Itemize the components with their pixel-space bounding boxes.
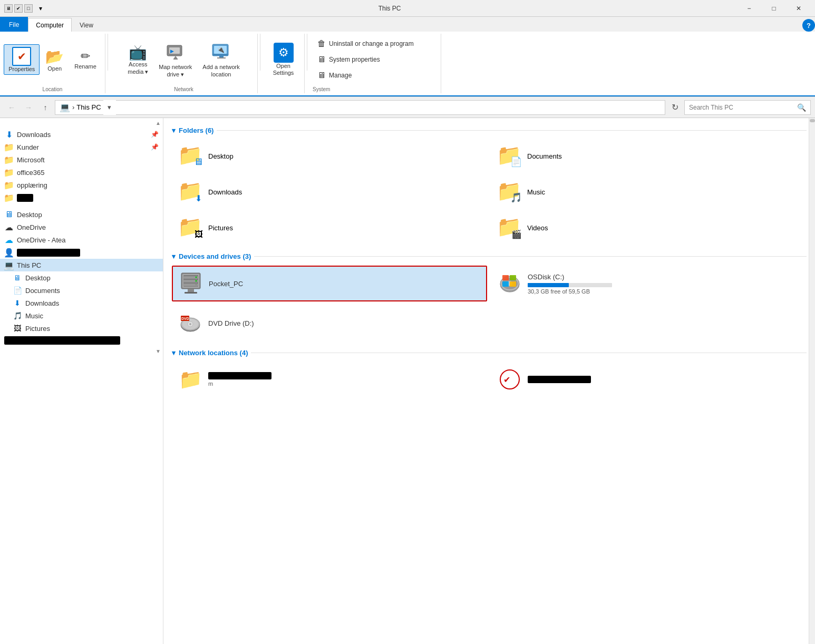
folder-label: Desktop <box>208 152 234 160</box>
sidebar-item-pictures-thispc[interactable]: 🖼 Pictures <box>0 322 163 335</box>
up-button[interactable]: ↑ <box>38 100 53 115</box>
sidebar-item-kunder[interactable]: 📁 Kunder 📌 <box>0 141 163 153</box>
back-button[interactable]: ← <box>4 100 19 115</box>
search-input[interactable] <box>689 104 795 111</box>
osdisk-free: 30,3 GB free of 59,5 GB <box>528 288 801 295</box>
desktop-icon: 🖥 <box>4 210 14 219</box>
open-settings-button[interactable]: ⚙ OpenSettings <box>268 40 299 79</box>
sidebar-item-documents-thispc[interactable]: 📄 Documents <box>0 284 163 297</box>
manage-label: Manage <box>329 72 352 79</box>
svg-text:✔: ✔ <box>503 375 510 384</box>
sidebar-item-downloads-thispc[interactable]: ⬇ Downloads <box>0 297 163 309</box>
add-network-location-button[interactable]: 🔌 Add a networklocation <box>198 38 244 80</box>
map-network-drive-button[interactable]: ▶ Map networkdrive ▾ <box>154 38 197 80</box>
network-item-1[interactable]: 📁 m <box>172 362 487 397</box>
svg-rect-25 <box>502 275 509 280</box>
access-media-button[interactable]: 📺 Accessmedia ▾ <box>123 41 153 77</box>
open-label: Open <box>47 65 62 72</box>
osdisk-bar <box>528 283 569 287</box>
manage-button[interactable]: 🖥 Manage <box>313 69 419 82</box>
manage-icon: 🖥 <box>317 71 326 80</box>
svg-rect-26 <box>510 275 516 280</box>
pictures-thispc-icon: 🖼 <box>13 324 22 333</box>
help-button[interactable]: ? <box>802 19 815 32</box>
main-layout: ▲ ⬇ Downloads 📌 📁 Kunder 📌 📁 Microsoft 📁… <box>0 118 815 644</box>
folders-grid: 📁 🖥 Desktop 📁 📄 Documents 📁 ⬇ Down <box>172 140 807 244</box>
open-button[interactable]: 📂 Open <box>41 45 69 74</box>
window-controls: − □ ✕ <box>737 0 811 17</box>
map-drive-label: Map networkdrive ▾ <box>159 64 192 77</box>
svg-text:▶: ▶ <box>170 48 174 54</box>
maximize-button[interactable]: □ <box>762 0 786 17</box>
documents-thispc-icon: 📄 <box>13 286 22 295</box>
network-name-2 <box>528 376 591 383</box>
network-section-header: ▾ Network locations (4) <box>172 349 807 357</box>
folder-downloads[interactable]: 📁 ⬇ Downloads <box>172 175 488 208</box>
folder-pictures[interactable]: 📁 🖼 Pictures <box>172 211 488 244</box>
address-path[interactable]: 💻 › This PC ▾ <box>55 100 665 115</box>
network-arrow[interactable]: ▾ <box>172 349 176 357</box>
folder-label: Pictures <box>208 224 233 232</box>
uninstall-button[interactable]: 🗑 Uninstall or change a program <box>313 37 419 51</box>
folders-arrow[interactable]: ▾ <box>172 126 176 134</box>
refresh-button[interactable]: ↻ <box>667 100 682 115</box>
sidebar-item-redacted-bottom[interactable] <box>0 335 163 346</box>
rename-button[interactable]: ✏ Rename <box>70 47 101 72</box>
folder-desktop[interactable]: 📁 🖥 Desktop <box>172 140 488 172</box>
sidebar: ▲ ⬇ Downloads 📌 📁 Kunder 📌 📁 Microsoft 📁… <box>0 118 163 644</box>
quick-access-icon3[interactable]: □ <box>24 4 33 13</box>
sidebar-item-redacted[interactable]: 📁 ■■■■ <box>0 191 163 204</box>
tab-file[interactable]: File <box>0 17 28 32</box>
quick-access-icon[interactable]: 🖥 <box>4 4 13 13</box>
path-dropdown[interactable]: ▾ <box>103 100 116 115</box>
ribbon-group-location: ✔ Properties 📂 Open ✏ Rename Location <box>0 34 105 93</box>
desktop-thispc-icon: 🖥 <box>13 273 22 282</box>
folder-videos[interactable]: 📁 🎬 Videos <box>491 211 807 244</box>
network-info-1: m <box>208 372 271 387</box>
dvd-name: DVD Drive (D:) <box>208 319 254 327</box>
settings-icon: ⚙ <box>274 43 294 63</box>
properties-button[interactable]: ✔ Properties <box>4 44 40 75</box>
devices-section-header: ▾ Devices and drives (3) <box>172 252 807 260</box>
ribbon-content: ✔ Properties 📂 Open ✏ Rename Location <box>0 32 815 96</box>
sidebar-item-downloads[interactable]: ⬇ Downloads 📌 <box>0 128 163 141</box>
sidebar-item-desktop-thispc[interactable]: 🖥 Desktop <box>0 271 163 284</box>
quick-access-icon2[interactable]: ✔ <box>14 4 23 13</box>
content-scrollbar[interactable] <box>809 118 815 644</box>
network-item-2[interactable]: ✔ <box>491 362 807 397</box>
device-dvd[interactable]: DVD DVD Drive (D:) <box>172 306 487 340</box>
sidebar-item-opplaring[interactable]: 📁 opplæring <box>0 179 163 191</box>
ribbon-items-network: 📺 Accessmedia ▾ ▶ M <box>123 35 244 84</box>
devices-arrow[interactable]: ▾ <box>172 252 176 260</box>
close-button[interactable]: ✕ <box>787 0 811 17</box>
pin-icon: 📌 <box>151 131 159 138</box>
system-props-label: System properties <box>329 56 380 63</box>
sidebar-item-onedrive[interactable]: ☁ OneDrive <box>0 221 163 233</box>
location-group-label: Location <box>43 84 63 92</box>
sidebar-item-label: Downloads <box>17 131 51 139</box>
sidebar-item-microsoft[interactable]: 📁 Microsoft <box>0 153 163 166</box>
sidebar-item-music-thispc[interactable]: 🎵 Music <box>0 309 163 322</box>
title-separator: ▾ <box>39 5 42 12</box>
sidebar-item-office365[interactable]: 📁 office365 <box>0 166 163 179</box>
device-pocket-pc[interactable]: Pocket_PC <box>172 266 487 301</box>
map-network-drive-icon: ▶ <box>166 41 185 64</box>
tab-view[interactable]: View <box>72 18 101 32</box>
forward-button[interactable]: → <box>21 100 36 115</box>
minimize-button[interactable]: − <box>737 0 761 17</box>
search-box[interactable]: 🔍 <box>684 100 811 115</box>
svg-rect-7 <box>219 56 224 57</box>
sidebar-item-onedrive-atea[interactable]: ☁ OneDrive - Atea <box>0 233 163 246</box>
sidebar-item-this-pc[interactable]: 💻 This PC <box>0 259 163 271</box>
folder-music[interactable]: 📁 🎵 Music <box>491 175 807 208</box>
osdisk-info: OSDisk (C:) 30,3 GB free of 59,5 GB <box>528 273 801 295</box>
sidebar-item-user[interactable]: 👤 ■■■■■■ <box>0 246 163 259</box>
this-pc-icon: 💻 <box>4 260 14 270</box>
tab-computer[interactable]: Computer <box>28 18 72 32</box>
system-properties-button[interactable]: 🖥 System properties <box>313 53 419 66</box>
svg-text:🔌: 🔌 <box>217 46 225 53</box>
folder-documents[interactable]: 📁 📄 Documents <box>491 140 807 172</box>
sidebar-item-desktop[interactable]: 🖥 Desktop <box>0 208 163 221</box>
device-osdisk[interactable]: OSDisk (C:) 30,3 GB free of 59,5 GB <box>491 266 807 301</box>
pocket-pc-name: Pocket_PC <box>209 280 243 288</box>
